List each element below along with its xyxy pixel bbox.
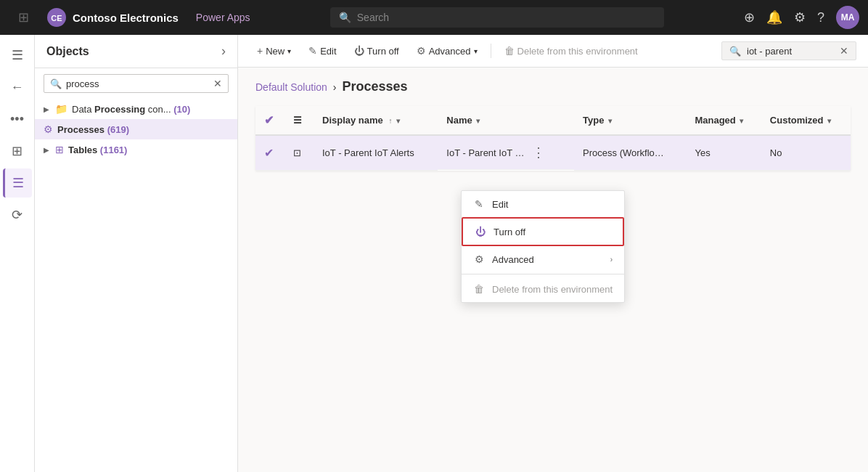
ctx-advanced-arrow: › [610,256,613,264]
objects-panel: Objects › 🔍 ✕ ▶ 📁 Data Processing con...… [35,35,238,472]
search-box-icon: 🔍 [50,78,62,89]
display-name-label: Display name [322,115,383,126]
search-input[interactable] [357,12,655,23]
context-menu: ✎ Edit ⏻ Turn off ⚙ Advanced › 🗑 Delete … [461,190,625,303]
environments-icon[interactable]: ⊕ [744,9,755,25]
ctx-advanced-icon: ⚙ [473,253,485,265]
table-header-row: ✔ ☰ Display name ↑ ▾ Name ▾ [255,106,851,135]
row-display-name: IoT - Parent IoT Alerts [314,135,438,170]
ctx-divider [462,274,624,274]
settings-icon[interactable]: ⚙ [794,9,806,25]
cmd-search-close[interactable]: ✕ [840,45,848,57]
check-all-icon[interactable]: ✔ [264,114,274,126]
turnoff-button[interactable]: ⏻ Turn off [347,41,406,61]
dots-icon[interactable]: ••• [3,105,32,134]
collapse-icon[interactable]: ☰ [3,41,32,70]
page-icon[interactable]: ⊞ [3,137,32,166]
back-icon[interactable]: ← [3,73,32,102]
name-label: Name [446,115,472,126]
type-label: Type [583,115,604,126]
plus-icon: + [257,45,263,57]
row-type-icon: ⊡ [284,135,314,170]
new-label: New [266,46,284,57]
managed-dropdown-icon[interactable]: ▾ [740,117,743,125]
icon-sidebar: ☰ ← ••• ⊞ ☰ ⟳ [0,35,35,472]
name-dropdown-icon[interactable]: ▾ [476,117,480,125]
display-name-value: IoT - Parent IoT Alerts [322,147,414,158]
global-search[interactable]: 🔍 [330,7,664,28]
breadcrumb-parent[interactable]: Default Solution [255,81,327,93]
row-more-actions: IoT - Parent IoT … ⋮ [438,136,574,170]
row-managed: Yes [686,135,761,170]
notifications-icon[interactable]: 🔔 [766,9,782,25]
logo: CE Contoso Electronics [46,7,179,28]
contoso-logo: CE [46,7,67,28]
power-icon: ⏻ [354,45,364,57]
ctx-edit-label: Edit [492,199,508,210]
col-header-managed[interactable]: Managed ▾ [686,106,761,135]
ctx-item-delete[interactable]: 🗑 Delete from this environment [462,276,624,302]
top-nav: ⊞ CE Contoso Electronics Power Apps 🔍 ⊕ … [0,0,868,35]
advanced-dropdown-arrow: ▾ [474,47,478,55]
cmd-search-right[interactable]: 🔍 ✕ [721,41,856,60]
row-check[interactable]: ✔ [255,135,284,170]
delete-button[interactable]: 🗑 Delete from this environment [497,41,645,61]
search-clear-button[interactable]: ✕ [213,78,222,89]
tree-item-data-processing[interactable]: ▶ 📁 Data Processing con... (10) [35,99,237,119]
svg-text:CE: CE [51,14,62,23]
history-icon[interactable]: ⟳ [3,200,32,229]
managed-label: Managed [695,115,735,126]
app-name: Power Apps [196,12,250,23]
col-header-type[interactable]: Type ▾ [574,106,686,135]
customized-dropdown-icon[interactable]: ▾ [827,117,831,125]
list-icon[interactable]: ☰ [3,168,32,198]
new-dropdown-arrow: ▾ [287,47,291,55]
process-row-icon: ⊡ [293,147,301,158]
app-body: ☰ ← ••• ⊞ ☰ ⟳ Objects › 🔍 ✕ ▶ 📁 Data Pro… [0,35,868,472]
col-header-display-name[interactable]: Display name ↑ ▾ [314,106,438,135]
company-name: Contoso Electronics [73,12,179,24]
ctx-turnoff-label: Turn off [494,227,525,237]
advanced-button[interactable]: ⚙ Advanced ▾ [409,41,485,61]
advanced-label: Advanced [429,46,471,57]
breadcrumb-separator: › [333,81,337,93]
objects-close-button[interactable]: › [221,44,226,59]
delete-icon: 🗑 [504,45,515,57]
edit-button[interactable]: ✎ Edit [301,41,343,61]
tree-item-processes[interactable]: ⚙ Processes (619) [35,119,237,139]
cmd-separator [491,44,491,58]
expand-arrow-icon: ▶ [44,105,49,113]
col-header-check: ✔ [255,106,284,135]
tree-item-tables-label: Tables (1161) [68,145,127,155]
tree-item-tables[interactable]: ▶ ⊞ Tables (1161) [35,139,237,160]
row-type: Process (Workflo… [574,135,686,170]
nav-right-icons: ⊕ 🔔 ⚙ ? MA [744,6,859,29]
avatar[interactable]: MA [836,6,859,29]
type-dropdown-icon[interactable]: ▾ [608,117,612,125]
ctx-item-edit[interactable]: ✎ Edit [462,191,624,217]
objects-search-box[interactable]: 🔍 ✕ [44,74,229,93]
search-icon: 🔍 [339,12,351,23]
tree-item-processes-label: Processes (619) [57,124,129,135]
delete-label: Delete from this environment [517,46,638,57]
help-icon[interactable]: ? [817,10,824,25]
table-row[interactable]: ✔ ⊡ IoT - Parent IoT Alerts IoT - Parent… [255,135,851,170]
grid-menu-icon[interactable]: ⊞ [9,3,38,32]
advanced-icon: ⚙ [417,45,426,57]
process-icon: ⚙ [44,123,53,135]
cmd-search-icon: 🔍 [729,46,741,57]
turnoff-label: Turn off [367,46,399,57]
ctx-item-advanced[interactable]: ⚙ Advanced › [462,246,624,272]
col-header-customized[interactable]: Customized ▾ [761,106,851,135]
row-more-button[interactable]: ⋮ [528,143,549,162]
display-name-dropdown-icon[interactable]: ▾ [396,117,400,125]
command-bar: + New ▾ ✎ Edit ⏻ Turn off ⚙ Advanced ▾ 🗑… [238,35,868,68]
ctx-edit-icon: ✎ [473,198,485,210]
list-view-icon[interactable]: ☰ [293,115,302,126]
col-header-name[interactable]: Name ▾ [438,106,574,135]
ctx-item-turnoff[interactable]: ⏻ Turn off [462,217,624,246]
cmd-search-input[interactable] [747,46,834,57]
objects-search-input[interactable] [66,78,209,89]
new-button[interactable]: + New ▾ [250,41,298,61]
edit-icon: ✎ [308,45,317,57]
